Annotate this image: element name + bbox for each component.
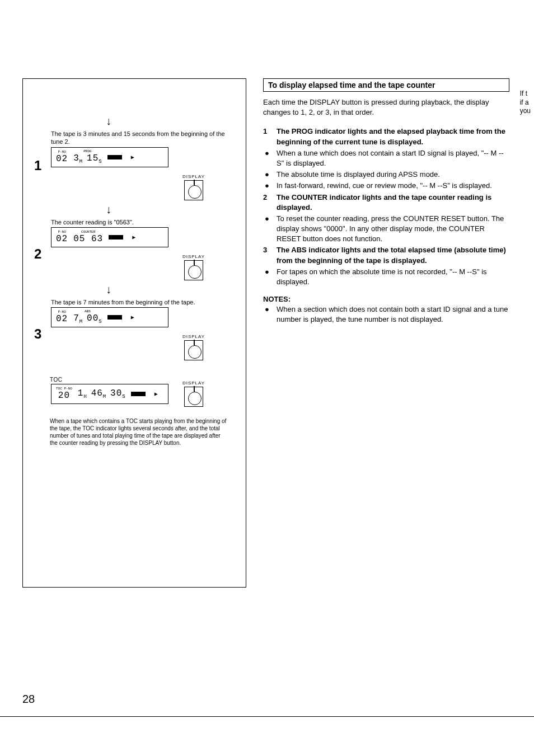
step-2: 2 The counter reading is "0563". P-NO 02… <box>34 218 235 280</box>
step-number: 3 <box>34 326 45 342</box>
list-item: ● The absolute time is displayed during … <box>263 170 509 180</box>
step-caption: The tape is 7 minutes from the beginning… <box>51 298 235 306</box>
display-button-icon <box>184 387 203 407</box>
list-item: 2 The COUNTER indicator lights and the t… <box>263 192 509 213</box>
down-arrow-icon: ↓ <box>50 203 167 216</box>
intro-text: Each time the DISPLAY button is pressed … <box>263 97 509 118</box>
footer-rule <box>0 716 534 717</box>
step-caption: The counter reading is "0563". <box>51 218 235 226</box>
text-panel: To display elapsed time and the tape cou… <box>263 78 509 588</box>
step-1: 1 The tape is 3 minutes and 15 seconds f… <box>34 130 235 200</box>
tape-bar-icon <box>107 155 122 159</box>
list-item: ● When a section which does not contain … <box>263 304 509 325</box>
step-number: 1 <box>34 158 45 173</box>
display-button-icon <box>184 340 203 360</box>
display-button-icon <box>184 180 203 200</box>
play-icon: ▶ <box>131 154 134 161</box>
lcd-display: P-NO 02 PROG 3M 15S ▶ <box>51 147 168 167</box>
display-button-label: DISPLAY <box>180 334 208 339</box>
illustration-panel: ↓ 1 The tape is 3 minutes and 15 seconds… <box>22 78 246 588</box>
down-arrow-icon: ↓ <box>50 115 167 128</box>
page-edge-text: If t if a you <box>520 90 531 116</box>
step-number: 2 <box>34 246 45 262</box>
list-item: ● In fast-forward, rewind, cue or review… <box>263 181 509 191</box>
lcd-display: P-NO 02 COUNTER 05 63 ▶ <box>51 227 168 247</box>
toc-step: TOC P-NO 20 1H 46M 30S ▶ DISPLAY <box>34 384 235 412</box>
notes-heading: NOTES: <box>263 295 509 303</box>
list-item: 3 The ABS indicator lights and the total… <box>263 245 509 265</box>
play-icon: ▶ <box>131 314 134 321</box>
list-item: 1 The PROG indicator lights and the elap… <box>263 126 509 147</box>
step-3: 3 The tape is 7 minutes from the beginni… <box>34 298 235 360</box>
tape-bar-icon <box>109 235 123 240</box>
page-number: 28 <box>22 693 35 706</box>
display-button-label: DISPLAY <box>180 174 208 179</box>
lcd-display: TOC P-NO 20 1H 46M 30S ▶ <box>51 384 168 404</box>
display-button-label: DISPLAY <box>180 254 208 259</box>
display-button-label: DISPLAY <box>180 381 208 386</box>
play-icon: ▶ <box>132 234 135 241</box>
section-header: To display elapsed time and the tape cou… <box>263 78 509 92</box>
down-arrow-icon: ↓ <box>50 283 167 296</box>
list-item: ● For tapes on which the absolute time i… <box>263 267 509 287</box>
toc-caption: When a tape which contains a TOC starts … <box>34 417 235 447</box>
step-caption: The tape is 3 minutes and 15 seconds fro… <box>51 130 235 146</box>
lcd-display: P-NO 02 ABS 7M 00S ▶ <box>51 307 168 327</box>
list-item: ● To reset the counter reading, press th… <box>263 214 509 245</box>
play-icon: ▶ <box>154 391 158 397</box>
display-button-icon <box>184 260 203 280</box>
list-item: ● When a tune which does not contain a s… <box>263 148 509 168</box>
tape-bar-icon <box>107 315 122 320</box>
tape-bar-icon <box>131 392 146 396</box>
